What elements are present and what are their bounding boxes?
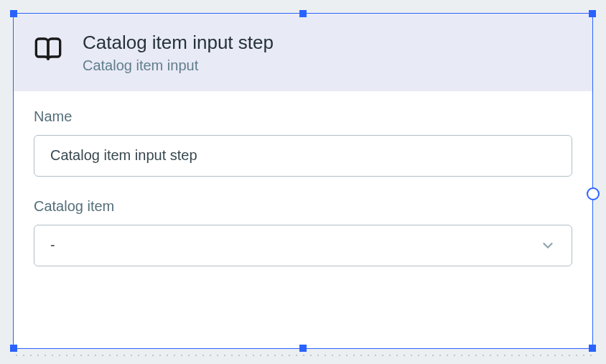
book-open-icon [34,31,62,64]
name-field: Name [34,108,572,177]
catalog-item-selected-value: - [50,237,55,253]
catalog-item-field: Catalog item - [34,198,572,266]
canvas-grid-edge [13,354,593,357]
panel-body: Name Catalog item - [14,91,592,305]
resize-handle-top-middle[interactable] [299,10,307,17]
panel-header: Catalog item input step Catalog item inp… [14,14,592,91]
catalog-item-select[interactable]: - [34,225,572,266]
resize-handle-bottom-middle[interactable] [299,345,307,352]
header-titles: Catalog item input step Catalog item inp… [83,31,274,74]
chevron-down-icon [540,238,556,253]
panel-title: Catalog item input step [83,31,274,55]
catalog-item-label: Catalog item [34,198,572,215]
name-input[interactable] [34,135,572,177]
step-panel[interactable]: Catalog item input step Catalog item inp… [13,13,593,349]
panel-subtitle: Catalog item input [83,57,274,74]
resize-handle-bottom-left[interactable] [10,345,17,352]
resize-handle-top-right[interactable] [589,10,596,17]
resize-handle-bottom-right[interactable] [589,345,596,352]
name-label: Name [34,108,572,125]
output-port[interactable] [587,187,600,200]
resize-handle-top-left[interactable] [10,10,17,17]
